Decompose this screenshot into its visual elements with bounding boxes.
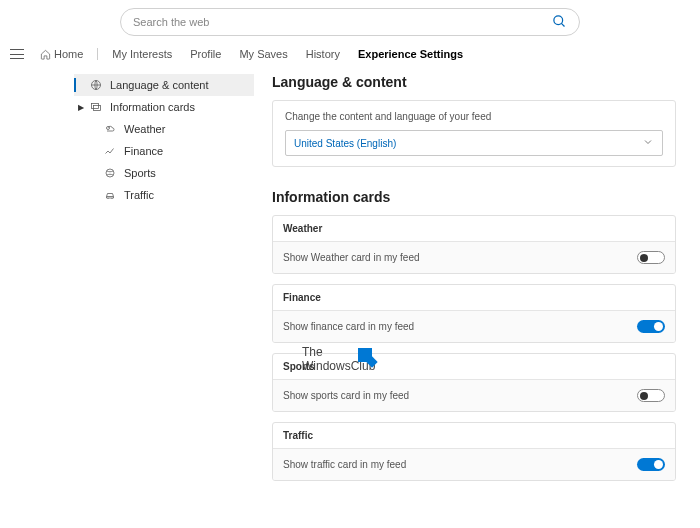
card-desc: Show traffic card in my feed (283, 459, 406, 470)
card-title: Finance (273, 285, 675, 311)
svg-rect-4 (94, 106, 101, 111)
card-title: Traffic (273, 423, 675, 449)
sidebar-item-label: Sports (124, 167, 156, 179)
card-desc: Show sports card in my feed (283, 390, 409, 401)
info-card-weather: Weather Show Weather card in my feed (272, 215, 676, 274)
nav-home[interactable]: Home (34, 46, 89, 62)
toggle-traffic[interactable] (637, 458, 665, 471)
sidebar-item-sports[interactable]: Sports (74, 162, 254, 184)
info-card-sports: Sports Show sports card in my feed (272, 353, 676, 412)
info-card-finance: Finance Show finance card in my feed (272, 284, 676, 343)
language-card: Change the content and language of your … (272, 100, 676, 167)
nav-interests[interactable]: My Interests (106, 46, 178, 62)
language-select[interactable]: United States (English) (285, 130, 663, 156)
top-nav: Home My Interests Profile My Saves Histo… (0, 42, 700, 70)
finance-icon (104, 145, 116, 157)
nav-saves[interactable]: My Saves (233, 46, 293, 62)
traffic-icon (104, 189, 116, 201)
caret-right-icon: ▶ (78, 103, 84, 112)
section-title-language: Language & content (272, 74, 676, 90)
globe-icon (90, 79, 102, 91)
svg-point-6 (106, 169, 114, 177)
main-panel: Language & content Change the content an… (272, 74, 686, 491)
sidebar-item-label: Traffic (124, 189, 154, 201)
sidebar-item-traffic[interactable]: Traffic (74, 184, 254, 206)
sidebar-item-label: Information cards (110, 101, 195, 113)
nav-experience-settings[interactable]: Experience Settings (352, 46, 469, 62)
search-input[interactable] (133, 16, 552, 28)
sidebar-item-info-cards[interactable]: ▶ Information cards (74, 96, 254, 118)
card-desc: Show Weather card in my feed (283, 252, 420, 263)
search-icon[interactable] (552, 14, 567, 31)
svg-rect-3 (92, 104, 99, 109)
sidebar-item-finance[interactable]: Finance (74, 140, 254, 162)
section-title-info: Information cards (272, 189, 676, 205)
cards-icon (90, 101, 102, 113)
nav-profile[interactable]: Profile (184, 46, 227, 62)
hamburger-icon[interactable] (10, 49, 24, 59)
toggle-finance[interactable] (637, 320, 665, 333)
search-box[interactable] (120, 8, 580, 36)
toggle-weather[interactable] (637, 251, 665, 264)
card-desc: Show finance card in my feed (283, 321, 414, 332)
sidebar: Language & content ▶ Information cards W… (74, 74, 254, 491)
language-value: United States (English) (294, 138, 396, 149)
card-title: Weather (273, 216, 675, 242)
sidebar-item-weather[interactable]: Weather (74, 118, 254, 140)
sidebar-item-label: Weather (124, 123, 165, 135)
language-desc: Change the content and language of your … (285, 111, 663, 122)
sidebar-item-language[interactable]: Language & content (74, 74, 254, 96)
sidebar-item-label: Language & content (110, 79, 208, 91)
nav-history[interactable]: History (300, 46, 346, 62)
sidebar-item-label: Finance (124, 145, 163, 157)
svg-line-1 (561, 23, 564, 26)
svg-point-0 (554, 15, 563, 24)
card-title: Sports (273, 354, 675, 380)
toggle-sports[interactable] (637, 389, 665, 402)
chevron-down-icon (642, 136, 654, 150)
info-card-traffic: Traffic Show traffic card in my feed (272, 422, 676, 481)
weather-icon (104, 123, 116, 135)
sports-icon (104, 167, 116, 179)
